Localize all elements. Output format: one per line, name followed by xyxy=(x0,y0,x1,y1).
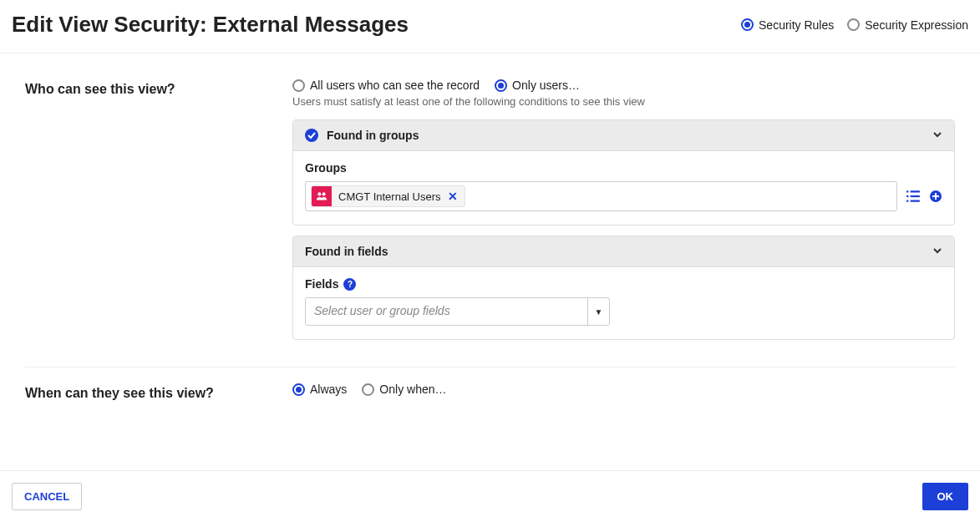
mode-security-rules[interactable]: Security Rules xyxy=(741,18,834,32)
svg-rect-10 xyxy=(932,195,939,197)
when-opt-always[interactable]: Always xyxy=(292,383,347,396)
group-chip-label: CMGT Internal Users xyxy=(332,188,448,205)
chevron-down-icon xyxy=(932,246,942,258)
svg-rect-7 xyxy=(911,200,920,202)
mode-security-expression[interactable]: Security Expression xyxy=(847,18,968,32)
caret-down-icon[interactable]: ▼ xyxy=(587,298,609,325)
help-icon[interactable]: ? xyxy=(343,278,356,291)
when-label: When can they see this view? xyxy=(25,383,292,401)
chevron-down-icon xyxy=(932,129,942,142)
who-opt-all[interactable]: All users who can see the record xyxy=(292,79,480,92)
svg-rect-6 xyxy=(906,200,908,202)
svg-rect-3 xyxy=(911,190,920,192)
svg-point-0 xyxy=(317,192,321,195)
radio-selected-icon xyxy=(495,79,507,92)
radio-unselected-icon xyxy=(362,383,374,396)
radio-selected-icon xyxy=(292,383,305,396)
svg-rect-2 xyxy=(906,190,908,192)
group-chip: CMGT Internal Users ✕ xyxy=(311,185,465,207)
who-label: Who can see this view? xyxy=(25,79,292,97)
svg-rect-5 xyxy=(911,195,920,197)
when-radio-group: Always Only when… xyxy=(292,383,955,396)
mode-rules-label: Security Rules xyxy=(759,18,834,32)
who-opt-only-label: Only users… xyxy=(512,79,580,92)
fields-dropdown[interactable]: Select user or group fields ▼ xyxy=(305,297,610,326)
fields-panel-header[interactable]: Found in fields xyxy=(293,236,954,267)
fields-panel: Found in fields Fields ? Select user or … xyxy=(292,236,955,340)
when-opt-only-label: Only when… xyxy=(379,383,446,396)
svg-rect-4 xyxy=(906,195,908,197)
groups-picker[interactable]: CMGT Internal Users ✕ xyxy=(305,181,897,211)
radio-unselected-icon xyxy=(847,18,860,31)
who-opt-only[interactable]: Only users… xyxy=(495,79,580,92)
plus-circle-icon[interactable] xyxy=(929,190,942,203)
page-title: Edit View Security: External Messages xyxy=(12,12,409,38)
when-opt-only[interactable]: Only when… xyxy=(362,383,446,396)
divider xyxy=(25,367,955,367)
fields-field-label: Fields xyxy=(305,277,338,291)
fields-panel-title: Found in fields xyxy=(305,245,388,258)
list-icon[interactable] xyxy=(906,189,921,204)
who-helper-text: Users must satisfy at least one of the f… xyxy=(292,95,955,108)
groups-panel: Found in groups Groups xyxy=(292,119,955,226)
groups-panel-title: Found in groups xyxy=(327,129,419,142)
fields-placeholder: Select user or group fields xyxy=(306,298,587,325)
when-opt-always-label: Always xyxy=(310,383,347,396)
groups-panel-header[interactable]: Found in groups xyxy=(293,120,954,151)
groups-field-label: Groups xyxy=(305,161,942,175)
who-opt-all-label: All users who can see the record xyxy=(310,79,480,92)
group-chip-remove[interactable]: ✕ xyxy=(448,190,465,203)
radio-selected-icon xyxy=(741,18,754,31)
mode-radio-group: Security Rules Security Expression xyxy=(741,18,968,32)
svg-point-1 xyxy=(322,192,326,195)
group-icon xyxy=(312,186,332,206)
mode-expression-label: Security Expression xyxy=(865,18,968,32)
who-radio-group: All users who can see the record Only us… xyxy=(292,79,955,92)
radio-unselected-icon xyxy=(292,79,305,92)
ok-button[interactable]: OK xyxy=(922,483,969,510)
check-circle-icon xyxy=(305,129,318,142)
cancel-button[interactable]: CANCEL xyxy=(12,483,82,510)
